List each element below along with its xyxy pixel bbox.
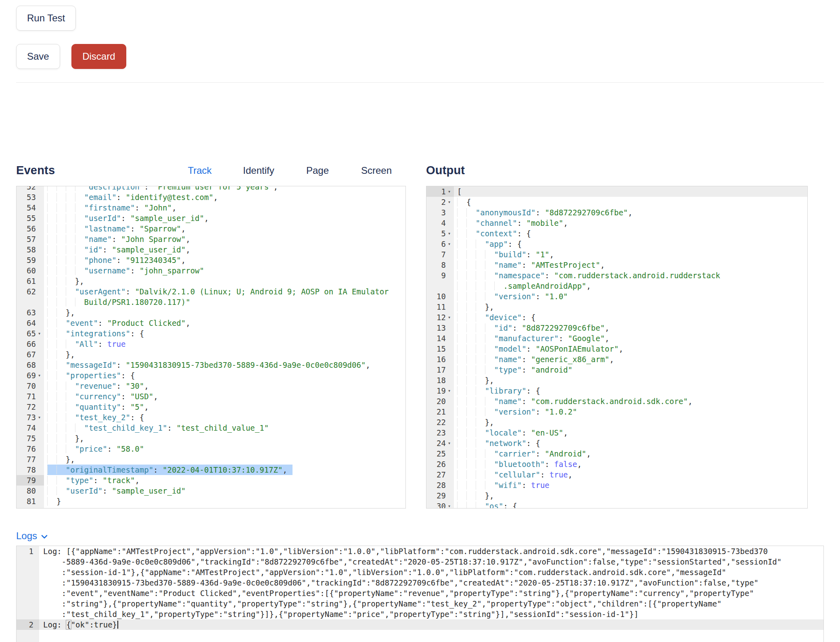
code-line[interactable]: 67 }, — [17, 349, 405, 360]
code-line[interactable]: 80 "userId": "sample_user_id" — [17, 486, 405, 496]
fold-arrow-icon[interactable]: ▾ — [446, 197, 453, 207]
code-line[interactable]: 58 "id": "sample_user_id", — [17, 244, 405, 255]
log-line[interactable]: :"test_child_key_1","propertyType":"stri… — [17, 609, 823, 619]
code-line[interactable]: 73▾ "test_key_2": { — [17, 412, 405, 423]
fold-arrow-icon[interactable]: ▾ — [446, 501, 453, 509]
log-line[interactable]: -5889-436d-9a9e-0c0e0c809d06","trackingI… — [17, 557, 823, 567]
code-line[interactable]: 21 "version": "1.0.2" — [426, 406, 807, 417]
log-line[interactable]: :"session-id-1"},{"appName":"AMTestProje… — [17, 567, 823, 577]
code-line[interactable]: 14 "manufacturer": "Google", — [426, 333, 807, 344]
code-line[interactable]: 69▾ "properties": { — [17, 370, 405, 381]
code-line[interactable]: 7 "build": "1", — [426, 249, 807, 260]
fold-arrow-icon[interactable]: ▾ — [36, 412, 43, 423]
line-number: 3 — [426, 207, 454, 218]
line-number: 72 — [17, 402, 44, 412]
tab-identify[interactable]: Identify — [229, 165, 288, 176]
discard-button[interactable]: Discard — [71, 44, 126, 69]
code-line[interactable]: 1▾[ — [426, 186, 807, 197]
code-line[interactable]: 23 "locale": "en-US", — [426, 427, 807, 438]
fold-arrow-icon[interactable]: ▾ — [36, 370, 43, 381]
line-number: 65▾ — [17, 328, 44, 339]
code-line[interactable]: 78 "originalTimestamp": "2022-04-01T10:3… — [17, 465, 405, 475]
tab-page[interactable]: Page — [288, 165, 347, 176]
code-line[interactable]: 4 "channel": "mobile", — [426, 218, 807, 228]
fold-arrow-icon[interactable]: ▾ — [446, 239, 453, 249]
code-line[interactable]: 63 }, — [17, 307, 405, 318]
code-line[interactable]: 71 "currency": "USD", — [17, 391, 405, 402]
code-line[interactable]: 59 "phone": "9112340345", — [17, 255, 405, 265]
code-line[interactable]: 68 "messageId": "1590431830915-73bed370-… — [17, 360, 405, 370]
fold-arrow-icon[interactable]: ▾ — [446, 312, 453, 323]
code-line[interactable]: 10 "version": "1.0" — [426, 291, 807, 302]
code-line[interactable]: 20 "name": "com.rudderstack.android.sdk.… — [426, 396, 807, 406]
code-line[interactable]: 65▾ "integrations": { — [17, 328, 405, 339]
code-line[interactable]: 60 "username": "john_sparrow" — [17, 265, 405, 276]
log-line-number — [17, 609, 39, 619]
code-line[interactable]: 28 "wifi": true — [426, 480, 807, 490]
fold-arrow-icon[interactable]: ▾ — [446, 186, 453, 197]
code-line[interactable]: 54 "firstname": "John", — [17, 202, 405, 213]
chevron-down-icon — [40, 533, 48, 541]
tab-track[interactable]: Track — [170, 165, 229, 176]
log-line[interactable]: :"string"},{"propertyName":"quantity","p… — [17, 598, 823, 609]
log-line[interactable]: 1Log: [{"appName":"AMTestProject","appVe… — [17, 546, 823, 557]
line-number: 53 — [17, 192, 44, 202]
run-test-button[interactable]: Run Test — [16, 6, 76, 31]
code-line[interactable]: 3 "anonymousId": "8d872292709c6fbe", — [426, 207, 807, 218]
code-line[interactable]: 27 "cellular": true, — [426, 469, 807, 480]
code-line[interactable]: 30▾ "os": { — [426, 501, 807, 509]
tab-screen[interactable]: Screen — [347, 165, 406, 176]
code-line[interactable]: 56 "lastname": "Sparrow", — [17, 223, 405, 234]
code-line[interactable]: 24▾ "network": { — [426, 438, 807, 448]
code-line[interactable]: 74 "test_child_key_1": "test_child_value… — [17, 423, 405, 433]
code-line[interactable]: 11 }, — [426, 302, 807, 312]
code-line[interactable]: 9 "namespace": "com.rudderstack.android.… — [426, 270, 807, 291]
code-line[interactable]: 62 "userAgent": "Dalvik/2.1.0 (Linux; U;… — [17, 286, 405, 307]
logs-header[interactable]: Logs — [16, 530, 48, 542]
code-line[interactable]: 52 "description": "Premium user for 5 ye… — [17, 186, 405, 192]
code-line[interactable]: 77 }, — [17, 454, 405, 465]
code-line[interactable]: 72 "quantity": "5", — [17, 402, 405, 412]
fold-arrow-icon[interactable]: ▾ — [446, 386, 453, 396]
code-line[interactable]: 15 "model": "AOSPonIAEmulator", — [426, 344, 807, 354]
log-line[interactable]: 2Log: {"ok":true} — [17, 619, 823, 630]
log-line[interactable]: :"event","eventName":"Product Clicked","… — [17, 588, 823, 598]
code-line[interactable]: 82 ] — [17, 507, 405, 509]
code-line[interactable]: 12▾ "device": { — [426, 312, 807, 323]
code-line[interactable]: 13 "id": "8d872292709c6fbe", — [426, 323, 807, 333]
code-line[interactable]: 53 "email": "identify@test.com", — [17, 192, 405, 202]
code-line[interactable]: 16 "name": "generic_x86_arm", — [426, 354, 807, 365]
code-line[interactable]: 66 "All": true — [17, 339, 405, 349]
code-line[interactable]: 2▾ { — [426, 197, 807, 207]
output-editor[interactable]: 1▾[2▾ {3 "anonymousId": "8d872292709c6fb… — [426, 186, 808, 509]
log-line[interactable]: :"1590431830915-73bed370-5889-436d-9a9e-… — [17, 577, 823, 588]
code-line[interactable]: 64 "event": "Product Clicked", — [17, 318, 405, 328]
code-line[interactable]: 81 } — [17, 496, 405, 507]
code-line[interactable]: 8 "name": "AMTestProject", — [426, 260, 807, 270]
fold-arrow-icon[interactable]: ▾ — [446, 438, 453, 448]
code-line[interactable]: 17 "type": "android" — [426, 365, 807, 375]
logs-editor[interactable]: 1Log: [{"appName":"AMTestProject","appVe… — [16, 546, 824, 642]
code-line[interactable]: 57 "name": "John Sparrow", — [17, 234, 405, 244]
code-line[interactable]: 75 }, — [17, 433, 405, 444]
code-line[interactable]: 76 "price": "58.0" — [17, 444, 405, 454]
code-line[interactable]: 25 "carrier": "Android", — [426, 448, 807, 459]
line-number: 28 — [426, 480, 454, 490]
code-line[interactable]: 19▾ "library": { — [426, 386, 807, 396]
code-line[interactable]: 5▾ "context": { — [426, 228, 807, 239]
save-button[interactable]: Save — [16, 44, 60, 69]
code-line[interactable]: 29 }, — [426, 490, 807, 501]
code-line[interactable]: 6▾ "app": { — [426, 239, 807, 249]
fold-arrow-icon[interactable]: ▾ — [36, 328, 43, 339]
code-line[interactable]: 70 "revenue": "30", — [17, 381, 405, 391]
code-line[interactable]: 26 "bluetooth": false, — [426, 459, 807, 469]
code-line[interactable]: 79 "type": "track", — [17, 475, 405, 486]
code-line[interactable]: 61 }, — [17, 276, 405, 286]
events-editor[interactable]: 52 "description": "Premium user for 5 ye… — [16, 186, 406, 509]
code-line[interactable]: 55 "userId": "sample_user_id", — [17, 213, 405, 223]
log-line-number — [17, 577, 39, 588]
fold-arrow-icon[interactable]: ▾ — [446, 228, 453, 239]
log-line-number: 2 — [17, 619, 39, 630]
code-line[interactable]: 18 }, — [426, 375, 807, 386]
code-line[interactable]: 22 }, — [426, 417, 807, 427]
